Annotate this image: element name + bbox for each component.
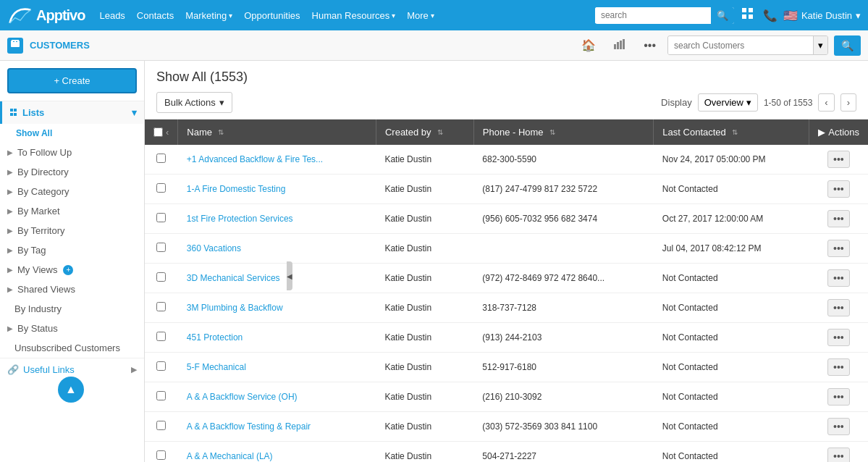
sidebar-item-by-industry[interactable]: By Industry xyxy=(0,299,144,319)
svg-rect-3 xyxy=(749,14,753,19)
create-button[interactable]: + Create xyxy=(7,68,137,93)
display-controls: Display Overview ▾ 1-50 of 1553 ‹ › xyxy=(661,93,856,112)
sidebar-item-by-directory[interactable]: ▶ By Directory xyxy=(0,162,144,182)
row-last-contacted: Not Contacted xyxy=(654,293,809,323)
row-checkbox-cell xyxy=(145,293,178,323)
row-name[interactable]: 1-A Fire Domestic Testing xyxy=(178,175,376,204)
th-last-contacted[interactable]: Last Contacted ⇅ xyxy=(654,119,809,145)
sidebar-show-all[interactable]: Show All xyxy=(0,124,144,143)
th-created-by[interactable]: Created by ⇅ xyxy=(376,119,473,145)
sidebar-item-to-follow-up[interactable]: ▶ To Follow Up xyxy=(0,143,144,162)
th-name[interactable]: Name ⇅ xyxy=(178,119,376,145)
row-checkbox[interactable] xyxy=(156,302,166,311)
row-name[interactable]: A & A Mechanical (LA) xyxy=(178,442,376,463)
row-checkbox[interactable] xyxy=(156,332,166,341)
row-checkbox[interactable] xyxy=(156,243,166,252)
pagination-prev-button[interactable]: ‹ xyxy=(818,93,834,112)
row-action-dots-button[interactable]: ••• xyxy=(827,388,850,406)
sidebar-item-by-territory[interactable]: ▶ By Territory xyxy=(0,221,144,240)
row-checkbox[interactable] xyxy=(156,154,166,163)
my-views-plus-icon[interactable]: + xyxy=(63,265,73,275)
row-action-dots-button[interactable]: ••• xyxy=(827,448,850,462)
row-action-dots-button[interactable]: ••• xyxy=(827,180,850,198)
row-phone: (956) 605-7032 956 682 3474 xyxy=(473,204,654,234)
row-checkbox[interactable] xyxy=(156,213,166,222)
sidebar-item-shared-views[interactable]: ▶ Shared Views xyxy=(0,280,144,299)
nav-more[interactable]: More▾ xyxy=(407,10,434,21)
th-phone-home[interactable]: Phone - Home ⇅ xyxy=(473,119,654,145)
sidebar-item-unsubscribed[interactable]: Unsubscribed Customers xyxy=(0,338,144,358)
row-name[interactable]: +1 Advanced Backflow & Fire Tes... xyxy=(178,145,376,175)
row-checkbox[interactable] xyxy=(156,183,166,193)
sidebar-lists-header[interactable]: Lists ▾ xyxy=(0,101,144,124)
nav-hr[interactable]: Human Resources▾ xyxy=(312,10,396,21)
nav-leads[interactable]: Leads xyxy=(99,10,125,21)
sidebar-item-label: Shared Views xyxy=(17,284,75,295)
row-checkbox[interactable] xyxy=(156,391,166,400)
table-header: ‹ Name ⇅ Created by ⇅ xyxy=(145,119,868,145)
svg-rect-7 xyxy=(12,40,19,41)
row-checkbox[interactable] xyxy=(156,421,166,430)
user-menu[interactable]: 🇺🇸 Katie Dustin ▾ xyxy=(783,9,861,22)
row-action-dots-button[interactable]: ••• xyxy=(827,151,850,168)
search-dropdown-arrow[interactable]: ▾ xyxy=(813,36,827,54)
row-action-dots-button[interactable]: ••• xyxy=(827,210,850,227)
row-action-dots-button[interactable]: ••• xyxy=(827,269,850,287)
row-phone: (216) 210-3092 xyxy=(473,382,654,412)
grid-icon[interactable] xyxy=(741,7,754,23)
sidebar-item-by-tag[interactable]: ▶ By Tag xyxy=(0,240,144,260)
row-phone xyxy=(473,234,654,264)
top-search-button[interactable]: 🔍 xyxy=(711,7,734,24)
logo[interactable]: Apptivo xyxy=(7,4,85,26)
nav-opportunities[interactable]: Opportunities xyxy=(244,10,300,21)
row-checkbox[interactable] xyxy=(156,272,166,282)
row-name[interactable]: A & A Backflow Service (OH) xyxy=(178,382,376,412)
customers-icon xyxy=(7,38,23,54)
select-all-checkbox[interactable] xyxy=(153,127,163,137)
customers-search-input[interactable] xyxy=(668,37,813,54)
link-icon: 🔗 xyxy=(7,364,19,375)
created-sort-icon: ⇅ xyxy=(437,128,443,136)
row-name[interactable]: 5-F Mechanical xyxy=(178,353,376,382)
row-name[interactable]: 360 Vacations xyxy=(178,234,376,264)
row-action-dots-button[interactable]: ••• xyxy=(827,358,850,376)
overview-dropdown[interactable]: Overview ▾ xyxy=(698,93,758,112)
row-last-contacted: Jul 04, 2017 08:42:12 PM xyxy=(654,234,809,264)
sidebar-item-by-category[interactable]: ▶ By Category xyxy=(0,182,144,201)
top-search-input[interactable] xyxy=(595,7,711,23)
display-label: Display xyxy=(661,97,692,108)
chevron-icon: ▶ xyxy=(7,227,13,235)
row-action-dots-button[interactable]: ••• xyxy=(827,240,850,257)
chart-icon-btn[interactable] xyxy=(607,35,632,56)
row-phone: (972) 472-8469 972 472 8640... xyxy=(473,264,654,293)
row-checkbox[interactable] xyxy=(156,361,166,371)
sidebar-item-my-views[interactable]: ▶ My Views + xyxy=(0,260,144,280)
sidebar-item-by-status[interactable]: ▶ By Status xyxy=(0,319,144,338)
row-action-dots-button[interactable]: ••• xyxy=(827,418,850,435)
row-name[interactable]: 3M Plumbing & Backflow xyxy=(178,293,376,323)
phone-sort-icon: ⇅ xyxy=(549,128,555,136)
nav-contacts[interactable]: Contacts xyxy=(137,10,174,21)
row-name[interactable]: A & A Backflow Testing & Repair xyxy=(178,412,376,442)
customers-search-button[interactable]: 🔍 xyxy=(834,35,861,56)
home-icon-btn[interactable]: 🏠 xyxy=(576,35,602,56)
row-checkbox[interactable] xyxy=(156,450,166,460)
toolbar: Bulk Actions ▾ Display Overview ▾ 1-50 o… xyxy=(156,92,856,113)
bulk-actions-button[interactable]: Bulk Actions ▾ xyxy=(156,92,232,113)
row-action-dots-button[interactable]: ••• xyxy=(827,329,850,346)
sidebar-collapse-handle[interactable]: ◀ xyxy=(287,261,292,290)
scroll-up-button[interactable]: ▲ xyxy=(58,377,84,403)
dots-icon-btn[interactable]: ••• xyxy=(638,35,662,56)
phone-icon[interactable]: 📞 xyxy=(763,9,778,22)
row-name[interactable]: 1st Fire Protection Services xyxy=(178,204,376,234)
pagination-next-button[interactable]: › xyxy=(840,93,856,112)
row-action-dots-button[interactable]: ••• xyxy=(827,299,850,316)
nav-marketing[interactable]: Marketing▾ xyxy=(185,10,232,21)
row-last-contacted: Not Contacted xyxy=(654,442,809,463)
row-actions-cell: ••• xyxy=(809,175,868,204)
row-name[interactable]: 3D Mechanical Services xyxy=(178,264,376,293)
row-last-contacted: Not Contacted xyxy=(654,353,809,382)
row-name[interactable]: 451 Protection xyxy=(178,323,376,353)
th-nav-prev-icon[interactable]: ‹ xyxy=(166,127,169,138)
sidebar-item-by-market[interactable]: ▶ By Market xyxy=(0,201,144,221)
